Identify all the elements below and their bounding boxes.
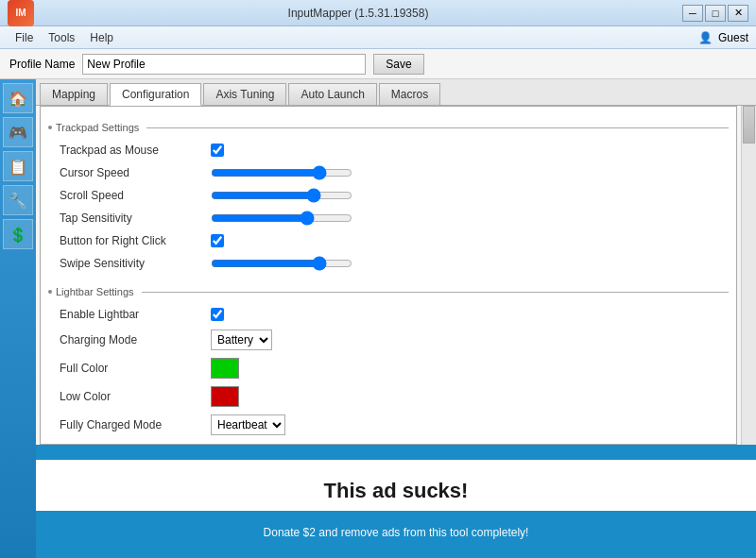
- tab-mapping[interactable]: Mapping: [40, 83, 108, 105]
- scroll-speed-row: Scroll Speed: [48, 184, 729, 207]
- profile-name-input[interactable]: [82, 54, 366, 75]
- fully-charged-mode-control: Heartbeat Solid Off: [211, 414, 717, 435]
- swipe-sensitivity-row: Swipe Sensitivity: [48, 252, 729, 275]
- scroll-speed-slider[interactable]: [211, 188, 352, 203]
- cursor-speed-slider[interactable]: [211, 165, 352, 180]
- menu-bar: File Tools Help 👤 Guest: [0, 26, 756, 49]
- window-controls: ─ □ ✕: [682, 5, 748, 22]
- tap-sensitivity-label: Tap Sensitivity: [60, 211, 211, 225]
- sidebar-tools[interactable]: 🔧: [3, 185, 33, 215]
- lightbar-section-divider: [142, 292, 729, 293]
- low-color-control: [211, 386, 717, 407]
- tabs: Mapping Configuration Axis Tuning Auto L…: [36, 79, 756, 106]
- trackpad-section-header: Trackpad Settings: [48, 122, 729, 133]
- settings-panel: Trackpad Settings Trackpad as Mouse Curs…: [40, 106, 737, 445]
- menu-file[interactable]: File: [8, 29, 41, 46]
- full-color-swatch[interactable]: [211, 358, 239, 379]
- enable-lightbar-control: [211, 308, 717, 321]
- cursor-speed-control: [211, 165, 717, 180]
- app-icon: IM: [8, 0, 34, 26]
- tab-configuration[interactable]: Configuration: [110, 83, 201, 106]
- fully-charged-mode-label: Fully Charged Mode: [60, 418, 211, 431]
- menu-help[interactable]: Help: [82, 29, 121, 46]
- tab-macros[interactable]: Macros: [379, 83, 440, 105]
- charging-mode-control: Battery Solid Off: [211, 330, 717, 350]
- ad-area: This ad sucks! Donate $2 and remove ads …: [36, 445, 756, 558]
- swipe-sensitivity-slider[interactable]: [211, 256, 352, 271]
- tap-sensitivity-slider[interactable]: [211, 211, 352, 226]
- ad-text: This ad sucks!: [324, 479, 469, 502]
- trackpad-section-label: Trackpad Settings: [56, 122, 139, 133]
- button-right-click-row: Button for Right Click: [48, 229, 729, 252]
- scroll-speed-label: Scroll Speed: [60, 189, 211, 202]
- low-color-label: Low Color: [60, 390, 211, 403]
- ad-donate-text: Donate $2 and remove ads from this tool …: [36, 522, 756, 543]
- user-icon: 👤: [698, 31, 713, 44]
- trackpad-as-mouse-control: [211, 144, 717, 157]
- sidebar: 🏠 🎮 📋 🔧 💲: [0, 79, 36, 558]
- ad-white-area: This ad sucks!: [36, 460, 756, 511]
- low-color-swatch[interactable]: [211, 386, 239, 407]
- full-color-label: Full Color: [60, 362, 211, 375]
- button-right-click-control: [211, 234, 717, 247]
- scrollbar-thumb[interactable]: [743, 106, 755, 144]
- menu-tools[interactable]: Tools: [41, 29, 82, 46]
- fully-charged-mode-select[interactable]: Heartbeat Solid Off: [211, 414, 285, 435]
- button-right-click-label: Button for Right Click: [60, 234, 211, 247]
- sidebar-dollar[interactable]: 💲: [3, 219, 33, 249]
- profile-bar: Profile Name Save: [0, 49, 756, 79]
- trackpad-as-mouse-label: Trackpad as Mouse: [60, 144, 211, 157]
- main-layout: 🏠 🎮 📋 🔧 💲 Mapping Configuration Axis Tun…: [0, 79, 756, 558]
- tap-sensitivity-control: [211, 211, 717, 226]
- button-right-click-checkbox[interactable]: [211, 234, 224, 247]
- enable-lightbar-row: Enable Lightbar: [48, 303, 729, 326]
- sidebar-list[interactable]: 📋: [3, 151, 33, 181]
- swipe-sensitivity-control: [211, 256, 717, 271]
- lightbar-section-label: Lightbar Settings: [56, 286, 134, 297]
- close-button[interactable]: ✕: [728, 5, 748, 22]
- title-bar: IM InputMapper (1.5.31.19358) ─ □ ✕: [0, 0, 756, 26]
- enable-lightbar-checkbox[interactable]: [211, 308, 224, 321]
- trackpad-as-mouse-checkbox[interactable]: [211, 144, 224, 157]
- content-area: Mapping Configuration Axis Tuning Auto L…: [36, 79, 756, 558]
- fully-charged-mode-row: Fully Charged Mode Heartbeat Solid Off: [48, 411, 729, 439]
- cursor-speed-row: Cursor Speed: [48, 161, 729, 184]
- scrollbar[interactable]: [741, 106, 756, 445]
- full-color-row: Full Color: [48, 354, 729, 382]
- swipe-sensitivity-label: Swipe Sensitivity: [60, 257, 211, 270]
- enable-lightbar-label: Enable Lightbar: [60, 308, 211, 321]
- charging-mode-select[interactable]: Battery Solid Off: [211, 330, 272, 350]
- lightbar-section-header: Lightbar Settings: [48, 286, 729, 297]
- charging-mode-label: Charging Mode: [60, 333, 211, 347]
- cursor-speed-label: Cursor Speed: [60, 166, 211, 179]
- tap-sensitivity-row: Tap Sensitivity: [48, 207, 729, 229]
- tab-auto-launch[interactable]: Auto Launch: [288, 83, 376, 105]
- trackpad-as-mouse-row: Trackpad as Mouse: [48, 139, 729, 161]
- save-button[interactable]: Save: [373, 54, 423, 75]
- window-title: InputMapper (1.5.31.19358): [34, 7, 682, 20]
- user-label: Guest: [718, 31, 748, 44]
- maximize-button[interactable]: □: [705, 5, 726, 22]
- low-color-row: Low Color: [48, 382, 729, 411]
- section-divider: [146, 127, 729, 128]
- profile-label: Profile Name: [9, 58, 75, 71]
- sidebar-home[interactable]: 🏠: [3, 83, 33, 113]
- sidebar-gamepad[interactable]: 🎮: [3, 117, 33, 147]
- minimize-button[interactable]: ─: [682, 5, 703, 22]
- scroll-speed-control: [211, 188, 717, 203]
- panel-inner: Trackpad Settings Trackpad as Mouse Curs…: [36, 106, 756, 445]
- charging-mode-row: Charging Mode Battery Solid Off: [48, 326, 729, 354]
- full-color-control: [211, 358, 717, 379]
- tab-axis-tuning[interactable]: Axis Tuning: [203, 83, 286, 105]
- user-area: 👤 Guest: [698, 31, 748, 44]
